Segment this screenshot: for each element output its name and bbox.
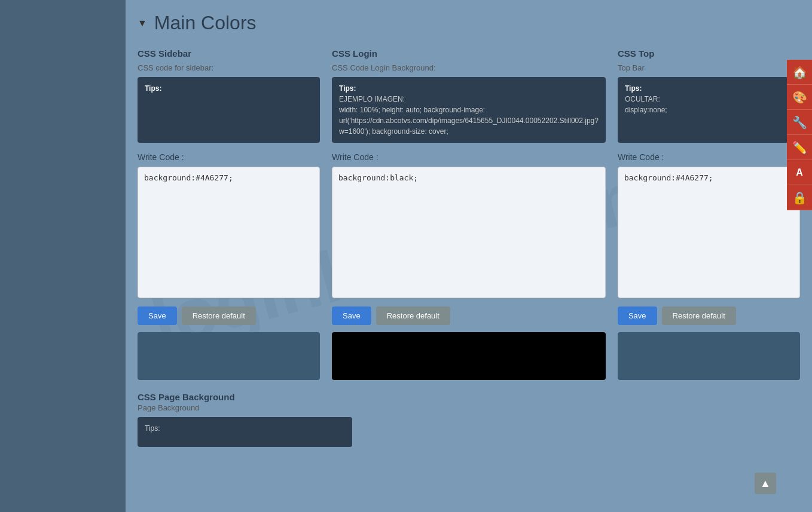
css-login-tips-content: EJEMPLO IMAGEN:width: 100%; height: auto…	[339, 95, 599, 136]
page-title: Main Colors	[154, 12, 257, 34]
css-top-section: CSS Top Top Bar Tips: OCULTAR:display:no…	[618, 48, 800, 380]
toolbar-home-button[interactable]: 🏠	[787, 60, 812, 85]
css-login-title: CSS Login	[332, 48, 606, 59]
css-top-textarea[interactable]: background:#4A6277;	[618, 167, 800, 298]
right-toolbar: 🏠 🎨 🔧 ✏️ A 🔒	[787, 60, 812, 210]
css-login-restore-button[interactable]: Restore default	[376, 306, 450, 325]
css-top-tips-content: OCULTAR:display:none;	[625, 95, 667, 114]
left-sidebar	[0, 0, 126, 512]
css-login-tips-label: Tips:	[339, 84, 356, 93]
css-sidebar-preview	[138, 332, 320, 380]
css-login-write-label: Write Code :	[332, 152, 606, 162]
css-login-subtitle: CSS Code Login Background:	[332, 63, 606, 72]
css-top-preview	[618, 332, 800, 380]
columns-container: CSS Sidebar CSS code for sidebar: Tips: …	[138, 48, 800, 380]
css-login-button-row: Save Restore default	[332, 306, 606, 325]
scroll-up-button[interactable]: ▲	[755, 473, 776, 494]
css-sidebar-section: CSS Sidebar CSS code for sidebar: Tips: …	[138, 48, 320, 380]
toolbar-lock-button[interactable]: 🔒	[787, 185, 812, 210]
css-top-write-label: Write Code :	[618, 152, 800, 162]
page-background-subtitle: Page Background	[138, 403, 800, 412]
css-sidebar-textarea[interactable]: background:#4A6277;	[138, 167, 320, 298]
css-sidebar-save-button[interactable]: Save	[138, 306, 177, 325]
css-top-tips-box: Tips: OCULTAR:display:none;	[618, 77, 800, 143]
chevron-down-icon[interactable]: ▼	[138, 18, 147, 29]
toolbar-wrench-button[interactable]: 🔧	[787, 110, 812, 135]
css-sidebar-tips-box: Tips:	[138, 77, 320, 143]
css-top-button-row: Save Restore default	[618, 306, 800, 325]
css-login-section: CSS Login CSS Code Login Background: Tip…	[332, 48, 606, 380]
page-background-tips-label: Tips:	[145, 424, 160, 433]
css-top-save-button[interactable]: Save	[618, 306, 657, 325]
css-sidebar-tips-label: Tips:	[145, 84, 161, 93]
css-sidebar-restore-button[interactable]: Restore default	[182, 306, 256, 325]
css-top-title: CSS Top	[618, 48, 800, 59]
page-background-tips-box: Tips:	[138, 417, 352, 447]
css-top-restore-button[interactable]: Restore default	[662, 306, 736, 325]
css-top-tips-label: Tips:	[625, 84, 642, 93]
css-top-subtitle: Top Bar	[618, 63, 800, 72]
section-header: ▼ Main Colors	[138, 12, 800, 34]
toolbar-pencil-button[interactable]: ✏️	[787, 135, 812, 160]
toolbar-text-button[interactable]: A	[787, 160, 812, 185]
toolbar-palette-button[interactable]: 🎨	[787, 85, 812, 110]
css-sidebar-title: CSS Sidebar	[138, 48, 320, 59]
main-content: ▼ Main Colors CSS Sidebar CSS code for s…	[126, 0, 812, 512]
css-sidebar-write-label: Write Code :	[138, 152, 320, 162]
page-background-section: CSS Page Background Page Background Tips…	[138, 392, 800, 447]
css-sidebar-button-row: Save Restore default	[138, 306, 320, 325]
css-sidebar-subtitle: CSS code for sidebar:	[138, 63, 320, 72]
css-login-preview	[332, 332, 606, 380]
css-login-save-button[interactable]: Save	[332, 306, 371, 325]
css-login-textarea[interactable]: background:black;	[332, 167, 606, 298]
page-background-title: CSS Page Background	[138, 392, 800, 402]
css-login-tips-box: Tips: EJEMPLO IMAGEN:width: 100%; height…	[332, 77, 606, 143]
